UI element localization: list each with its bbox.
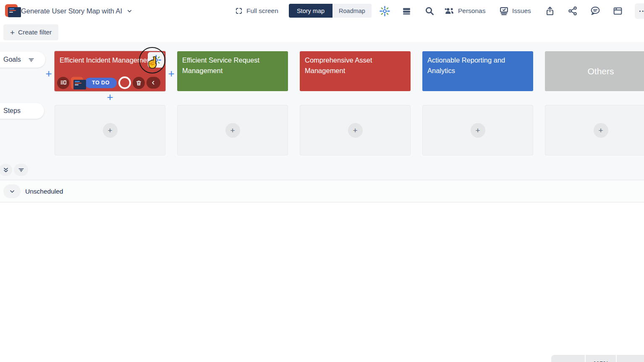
goal-card-actionable-reporting[interactable]: Actionable Reporting and Analytics	[422, 51, 533, 91]
add-goal-left-button[interactable]: +	[43, 68, 54, 79]
share-icon	[568, 6, 578, 16]
collapse-unscheduled-button[interactable]	[3, 184, 21, 198]
card-action-toolbar: TO DO	[57, 76, 160, 89]
details-icon	[60, 79, 67, 86]
step-placeholder[interactable]: +	[177, 105, 288, 155]
zoom-out-button[interactable]: −	[551, 355, 585, 362]
browser-card-icon	[613, 6, 623, 16]
export-button[interactable]	[545, 0, 555, 22]
filter-bar: + Create filter	[0, 22, 644, 42]
personas-button[interactable]: Personas	[444, 0, 485, 22]
story-map-app: Generate User Story Map with AI Full scr…	[0, 0, 644, 362]
trash-icon	[136, 80, 142, 86]
goals-label: Goals	[3, 56, 21, 63]
app-logo-icon	[5, 4, 18, 17]
board-title-dropdown[interactable]: Generate User Story Map with AI	[21, 0, 133, 22]
card-color-button[interactable]	[118, 76, 131, 89]
steps-row-header[interactable]: Steps	[0, 103, 44, 119]
status-badge[interactable]: TO DO	[85, 78, 117, 88]
chevron-left-icon	[150, 80, 156, 86]
export-icon	[545, 6, 555, 16]
issue-type-app-icon[interactable]	[71, 77, 83, 89]
plus-icon: +	[10, 29, 15, 37]
goal-card-title: Efficient Incident Management	[60, 55, 154, 66]
create-filter-label: Create filter	[18, 29, 52, 36]
collapse-all-button[interactable]	[0, 164, 12, 176]
search-button[interactable]	[424, 0, 435, 22]
zoom-in-button[interactable]: +	[617, 355, 644, 362]
tab-story-map[interactable]: Story map	[289, 4, 332, 18]
add-step-below-button[interactable]: +	[105, 92, 115, 102]
steps-label: Steps	[3, 107, 21, 115]
page-title: Generate User Story Map with AI	[21, 7, 122, 15]
search-icon	[424, 6, 435, 16]
issues-button[interactable]: Issues	[499, 0, 531, 22]
issues-icon	[499, 6, 509, 16]
ai-suggest-toolbar-button[interactable]	[379, 0, 390, 22]
fullscreen-label: Full screen	[246, 7, 278, 15]
goal-card-others[interactable]: Others	[545, 51, 644, 91]
goal-card-title: Efficient Service Request Management	[182, 56, 259, 74]
goal-card-title: Others	[587, 65, 614, 78]
zoom-control: − 115% +	[551, 355, 644, 362]
app-logo-card	[8, 7, 21, 17]
issues-label: Issues	[512, 7, 531, 15]
unscheduled-empty-area	[0, 202, 644, 362]
personas-label: Personas	[458, 7, 485, 15]
goals-filter-icon[interactable]	[28, 56, 35, 63]
add-card-button[interactable]: +	[348, 123, 363, 138]
double-chevron-down-icon	[3, 167, 9, 173]
story-map-board: Goals Steps Efficient Incident Managemen…	[0, 42, 644, 180]
goals-row-header[interactable]: Goals	[0, 52, 45, 68]
fullscreen-button[interactable]: Full screen	[235, 0, 278, 22]
goal-card-title: Actionable Reporting and Analytics	[427, 56, 505, 74]
ai-sparkle-icon	[151, 55, 162, 66]
fullscreen-icon	[235, 7, 243, 15]
board-filter-button[interactable]	[14, 164, 28, 176]
unscheduled-label: Unscheduled	[25, 180, 63, 203]
top-toolbar: Generate User Story Map with AI Full scr…	[0, 0, 644, 22]
zoom-level: 115%	[586, 355, 616, 362]
step-placeholder[interactable]: +	[55, 105, 165, 155]
ai-suggest-card-button[interactable]	[148, 52, 164, 68]
add-goal-right-button[interactable]: +	[166, 68, 177, 79]
unscheduled-section: Unscheduled	[0, 180, 644, 202]
step-placeholder[interactable]: +	[545, 105, 644, 155]
delete-card-button[interactable]	[133, 77, 145, 89]
add-card-button[interactable]: +	[225, 123, 240, 138]
more-menu-button[interactable]: ···	[635, 3, 644, 19]
rows-icon	[401, 6, 412, 16]
feedback-bubble-icon	[590, 5, 601, 16]
ai-sparkle-icon	[379, 5, 390, 17]
chevron-down-icon[interactable]	[126, 8, 133, 14]
step-placeholder[interactable]: +	[300, 105, 411, 155]
swimlanes-button[interactable]	[401, 0, 412, 22]
goal-card-efficient-service-request[interactable]: Efficient Service Request Management	[177, 51, 288, 91]
tab-roadmap[interactable]: Roadmap	[332, 4, 372, 18]
goal-card-comprehensive-asset[interactable]: Comprehensive Asset Management	[300, 51, 411, 91]
share-button[interactable]	[568, 0, 578, 22]
goal-card-title: Comprehensive Asset Management	[305, 56, 372, 74]
card-details-button[interactable]	[57, 77, 69, 89]
chevron-down-icon	[9, 188, 16, 195]
app-logo-card	[73, 80, 86, 89]
board-view-button[interactable]	[613, 0, 623, 22]
create-filter-button[interactable]: + Create filter	[3, 24, 58, 40]
filter-icon	[18, 166, 25, 173]
step-placeholder[interactable]: +	[422, 105, 533, 155]
add-card-button[interactable]: +	[594, 123, 608, 138]
collapse-toolbar-button[interactable]	[147, 77, 160, 89]
add-card-button[interactable]: +	[103, 123, 118, 138]
personas-icon	[444, 5, 455, 16]
view-toggle: Story map Roadmap	[289, 4, 372, 18]
add-card-button[interactable]: +	[471, 123, 485, 138]
feedback-button[interactable]	[590, 0, 601, 22]
goal-card-efficient-incident-management[interactable]: Efficient Incident Management TO DO	[55, 51, 165, 91]
